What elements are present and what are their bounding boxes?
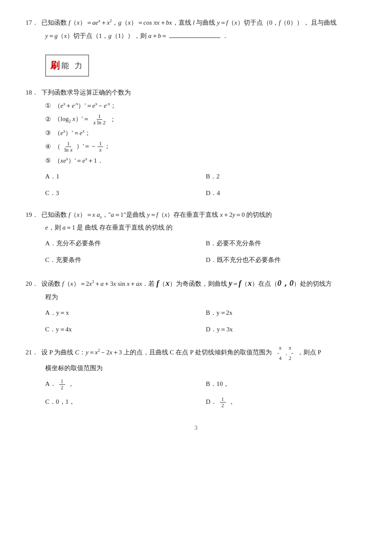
p20-opt-C: C．y＝4x [45,323,206,336]
p18-i4-frac: 1 ln x [63,141,74,153]
p21-opt-C: C．0，1， [45,395,206,410]
p20-opt-B: B．y＝2x [206,306,366,319]
p18-i1-text: （ex＋e-x）′＝ex－e-x； [54,102,117,109]
p18-opt-C: C．3 [45,187,206,200]
p20-text: 设函数 f（x）＝2x3＋a＋3x sin x＋ax．若 f（x）为奇函数，则曲… [41,276,332,290]
p18-options2: C．3 D．4 [26,187,366,200]
p18-item4: ④ （ 1 ln x ）′＝－1x； [26,141,366,153]
p18-item1: ① （ex＋e-x）′＝ex－e-x； [26,100,366,112]
p18-i4-a: （ [54,141,61,152]
p18-intro: 下列函数求导运算正确的个数为 [41,87,131,98]
p17-text2: y＝g（x）切于点（1，g（1）），则 a＋b＝． [45,32,228,39]
p18-item2: ② （log2 x）′＝ 1 x ln 2 ； [26,113,366,126]
p19-opt-A: A．充分不必要条件 [45,237,206,250]
circle-3: ③ [45,129,51,136]
p17-text: 已知函数 f（x）＝aex＋x2，g（x）＝cos πx＋bx，直线 l 与曲线… [41,17,337,29]
p21-text3: 横坐标的取值范围为 [45,365,103,371]
p21-text2: ，则点 P [297,347,321,358]
p21-range: π π － ，－ 4 2 [276,345,296,361]
p18-i2-a: （log2 x）′＝ [54,113,89,125]
p18-item3: ③ （ex）′＝ex； [26,127,366,139]
circle-2: ② [45,114,51,125]
problem-21: 21． 设 P 为曲线 C：y＝x2－2x＋3 上的点，且曲线 C 在点 P 处… [26,345,366,410]
problem-19: 19． 已知函数 f（x）＝x ax，"a＝1"是曲线 y＝f（x）存在垂直于直… [26,209,366,267]
problem-17: 17． 已知函数 f（x）＝aex＋x2，g（x）＝cos πx＋bx，直线 l… [26,17,366,42]
problem-num-17: 17． [26,17,38,29]
p21-options2: C．0，1， D． 1 2 ， [26,395,366,410]
neng-li-text: 能 力 [61,59,84,72]
problem-18: 18． 下列函数求导运算正确的个数为 ① （ex＋e-x）′＝ex－e-x； ②… [26,87,366,200]
p19-options: A．充分不必要条件 B．必要不充分条件 [26,237,366,250]
page-number: 3 [26,423,366,433]
p21-opt-B: B．10， [206,377,366,392]
problem-num-19: 19． [26,209,38,221]
p19-opt-C: C．充要条件 [45,253,206,267]
p18-opt-D: D．4 [206,187,366,200]
p18-options: A．1 B．2 [26,170,366,183]
p18-opt-B: B．2 [206,170,366,183]
p20-opt-A: A．y＝x [45,306,206,319]
p21-options: A． 1 2 ， B．10， [26,377,366,392]
p18-i2-frac: 1 x ln 2 [92,113,107,126]
problem-num-20: 20． [26,278,38,290]
p21-opt-A: A． 1 2 ， [45,377,206,392]
p20-options: A．y＝x B．y＝2x [26,306,366,319]
p19-text: 已知函数 f（x）＝x ax，"a＝1"是曲线 y＝f（x）存在垂直于直线 x＋… [41,209,272,221]
p19-opt-B: B．必要不充分条件 [206,237,366,250]
p21-opt-D: D． 1 2 ， [206,395,366,410]
brush-ability-box: 刷 能 力 [45,51,366,83]
problem-num-21: 21． [26,347,38,358]
p19-opt-D: D．既不充分也不必要条件 [206,253,366,267]
brush-char: 刷 [50,57,60,74]
p20-opt-D: D．y＝3x [206,323,366,336]
p18-item5: ⑤ （xex）′＝ex＋1． [26,155,366,167]
p18-opt-A: A．1 [45,170,206,183]
p18-i5-text: （xex）′＝ex＋1． [54,157,104,164]
p19-options2: C．充要条件 D．既不充分也不必要条件 [26,253,366,267]
circle-5: ⑤ [45,157,51,164]
p21-text: 设 P 为曲线 C：y＝x2－2x＋3 上的点，且曲线 C 在点 P 处切线倾斜… [41,347,272,358]
p18-i3-text: （ex）′＝ex； [54,129,91,136]
p20-text2: 程为 [45,293,58,300]
problem-20: 20． 设函数 f（x）＝2x3＋a＋3x sin x＋ax．若 f（x）为奇函… [26,276,366,336]
p20-options2: C．y＝4x D．y＝3x [26,323,366,336]
problem-num-18: 18． [26,87,38,98]
p19-text2: e，则 a＝1 是 曲线 存在垂直于直线 的切线 的 [45,224,173,231]
p18-i4-b: ）′＝－1x； [76,141,110,153]
p18-i2-semi: ； [110,114,116,125]
circle-4: ④ [45,141,51,152]
circle-1: ① [45,102,51,109]
